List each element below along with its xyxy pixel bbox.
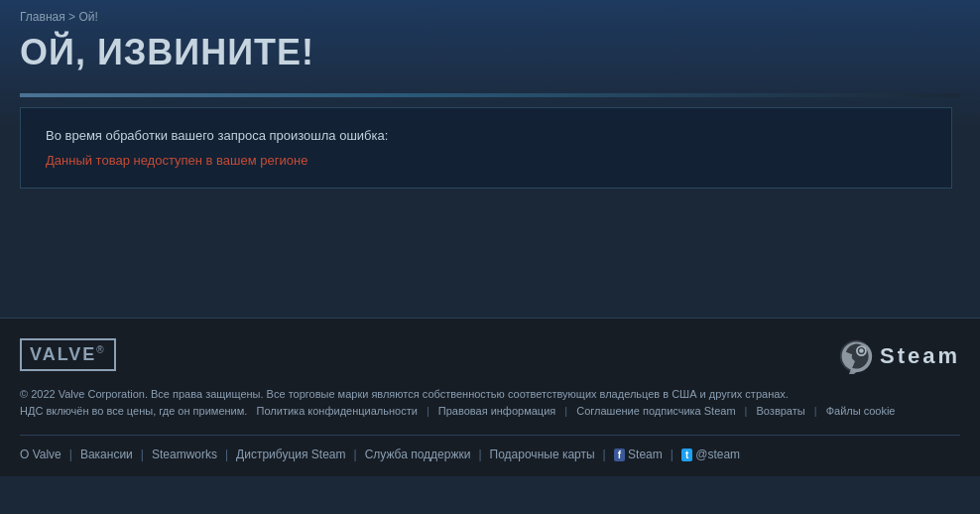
steam-icon (838, 338, 874, 374)
svg-point-2 (859, 348, 864, 353)
sep1: | (427, 405, 429, 417)
page-title: ОЙ, ИЗВИНИТЕ! (20, 32, 960, 73)
steamworks-link[interactable]: Steamworks (152, 448, 217, 461)
facebook-icon: f (614, 449, 625, 461)
sep2: | (564, 405, 567, 417)
support-link[interactable]: Служба поддержки (365, 448, 471, 461)
twitter-icon: t (681, 449, 692, 461)
subscriber-agreement-link[interactable]: Соглашение подписчика Steam (576, 405, 735, 417)
facebook-steam-link[interactable]: f Steam (614, 448, 663, 461)
about-valve-link[interactable]: О Valve (20, 448, 61, 461)
error-box: Во время обработки вашего запроса произо… (20, 107, 952, 189)
refunds-link[interactable]: Возвраты (757, 405, 805, 417)
steam-logo: Steam (838, 338, 960, 374)
footer: VALVE® Steam © 2022 Valve Corporation. В… (0, 318, 980, 476)
legal-link[interactable]: Правовая информация (438, 405, 555, 417)
privacy-policy-link[interactable]: Политика конфиденциальности (257, 405, 418, 417)
main-content: Главная > Ой! ОЙ, ИЗВИНИТЕ! Во время обр… (0, 0, 980, 318)
footer-copyright: © 2022 Valve Corporation. Все права защи… (20, 386, 913, 419)
steam-twitter[interactable]: @steam (695, 448, 740, 461)
steam-brand-text: Steam (880, 343, 960, 369)
footer-policy-links: Политика конфиденциальности | Правовая и… (250, 405, 895, 417)
footer-bottom: О Valve | Вакансии | Steamworks | Дистри… (20, 435, 960, 461)
jobs-link[interactable]: Вакансии (80, 448, 133, 461)
gift-cards-link[interactable]: Подарочные карты (490, 448, 595, 461)
error-message: Данный товар недоступен в вашем регионе (46, 153, 926, 168)
breadcrumb-home[interactable]: Главная (20, 10, 65, 24)
sep3: | (745, 405, 748, 417)
steam-distribution-link[interactable]: Дистрибуция Steam (236, 448, 345, 461)
error-description: Во время обработки вашего запроса произо… (46, 128, 926, 143)
valve-logo: VALVE® (20, 338, 116, 371)
twitter-steam-link[interactable]: t @steam (681, 448, 740, 461)
breadcrumb: Главная > Ой! (20, 10, 960, 24)
sep4: | (814, 405, 817, 417)
footer-top: VALVE® Steam (20, 338, 960, 374)
steam-facebook[interactable]: Steam (628, 448, 663, 461)
cookies-link[interactable]: Файлы cookie (826, 405, 896, 417)
breadcrumb-separator: > (68, 10, 78, 24)
breadcrumb-current: Ой! (78, 10, 97, 24)
divider-bar (20, 93, 960, 97)
